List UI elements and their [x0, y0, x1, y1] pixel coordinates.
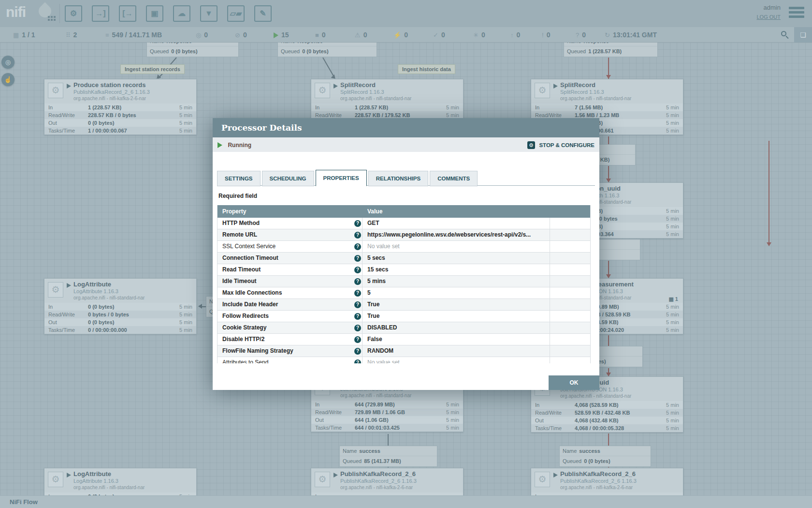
tab-properties[interactable]: PROPERTIES — [316, 170, 367, 186]
property-row: Follow Redirects?True — [218, 311, 590, 322]
property-value: https://www.pegelonline.wsv.de/webservic… — [367, 229, 531, 240]
property-row: FlowFile Naming Strategy?RANDOM — [218, 345, 590, 357]
help-icon[interactable]: ? — [354, 313, 361, 320]
help-icon[interactable]: ? — [354, 232, 361, 239]
property-row: Idle Timeout?5 mins — [218, 276, 590, 287]
property-value: 15 secs — [367, 264, 388, 275]
property-row: Attributes to Send?No value set — [218, 357, 590, 363]
property-name: SSL Context Service — [222, 241, 276, 252]
property-name: Connection Timeout — [222, 253, 278, 264]
property-name: Follow Redirects — [222, 311, 269, 322]
property-value: GET — [367, 218, 379, 229]
column-header-value: Value — [367, 205, 382, 218]
column-divider — [550, 218, 550, 363]
property-row: Cookie Strategy?DISABLED — [218, 322, 590, 334]
help-icon[interactable]: ? — [354, 220, 361, 227]
gear-icon: ⚙ — [527, 141, 535, 149]
property-name: Cookie Strategy — [222, 322, 266, 333]
property-row: Include Date Header?True — [218, 299, 590, 311]
help-icon[interactable]: ? — [354, 255, 361, 262]
help-icon[interactable]: ? — [354, 325, 361, 331]
required-field-note: Required field — [218, 193, 257, 199]
property-name: Idle Timeout — [222, 276, 256, 287]
property-name: Include Date Header — [222, 299, 278, 310]
property-value: 5 secs — [367, 253, 385, 264]
help-icon[interactable]: ? — [354, 336, 361, 343]
help-icon[interactable]: ? — [354, 359, 361, 363]
property-name: Read Timeout — [222, 264, 261, 275]
property-value: 5 mins — [367, 276, 386, 287]
property-value: No value set — [367, 241, 400, 252]
property-row: Disable HTTP/2?False — [218, 334, 590, 345]
help-icon[interactable]: ? — [354, 267, 361, 273]
help-icon[interactable]: ? — [354, 348, 361, 355]
tab-scheduling[interactable]: SCHEDULING — [262, 171, 314, 186]
running-state-label: Running — [228, 142, 251, 149]
properties-table: Property Value HTTP Method?GETRemote URL… — [217, 205, 591, 363]
ok-button[interactable]: OK — [549, 375, 599, 390]
property-value: 5 — [367, 287, 371, 299]
help-icon[interactable]: ? — [354, 243, 361, 250]
help-icon[interactable]: ? — [354, 290, 361, 297]
stop-and-configure-button[interactable]: ⚙ STOP & CONFIGURE — [527, 137, 594, 152]
column-divider — [362, 218, 362, 363]
property-value: RANDOM — [367, 345, 393, 357]
properties-table-header: Property Value — [218, 205, 590, 218]
property-name: Disable HTTP/2 — [222, 334, 264, 345]
property-name: Remote URL — [222, 229, 257, 240]
dialog-tabs: SETTINGSSCHEDULINGPROPERTIESRELATIONSHIP… — [217, 169, 595, 186]
property-name: Attributes to Send — [222, 357, 268, 363]
property-row: HTTP Method?GET — [218, 218, 590, 229]
tab-relationships[interactable]: RELATIONSHIPS — [368, 171, 428, 186]
property-value: True — [367, 311, 379, 322]
tab-comments[interactable]: COMMENTS — [430, 171, 478, 186]
property-name: HTTP Method — [222, 218, 260, 229]
column-header-property: Property — [222, 205, 246, 218]
property-row: SSL Context Service?No value set — [218, 241, 590, 253]
property-row: Max Idle Connections?5 — [218, 287, 590, 299]
property-value: False — [367, 334, 382, 345]
help-icon[interactable]: ? — [354, 301, 361, 308]
help-icon[interactable]: ? — [354, 278, 361, 285]
running-state-icon — [218, 142, 222, 148]
property-value: No value set — [367, 357, 400, 363]
property-row: Remote URL?https://www.pegelonline.wsv.d… — [218, 229, 590, 241]
dialog-title: Processor Details — [213, 118, 599, 137]
dialog-status-bar: Running ⚙ STOP & CONFIGURE — [213, 137, 599, 152]
property-name: FlowFile Naming Strategy — [222, 345, 293, 357]
tab-settings[interactable]: SETTINGS — [217, 171, 261, 186]
property-value: True — [367, 299, 379, 310]
property-row: Read Timeout?15 secs — [218, 264, 590, 276]
processor-details-dialog: Processor Details Running ⚙ STOP & CONFI… — [213, 118, 599, 390]
property-row: Connection Timeout?5 secs — [218, 253, 590, 264]
property-name: Max Idle Connections — [222, 287, 282, 299]
property-value: DISABLED — [367, 322, 397, 333]
